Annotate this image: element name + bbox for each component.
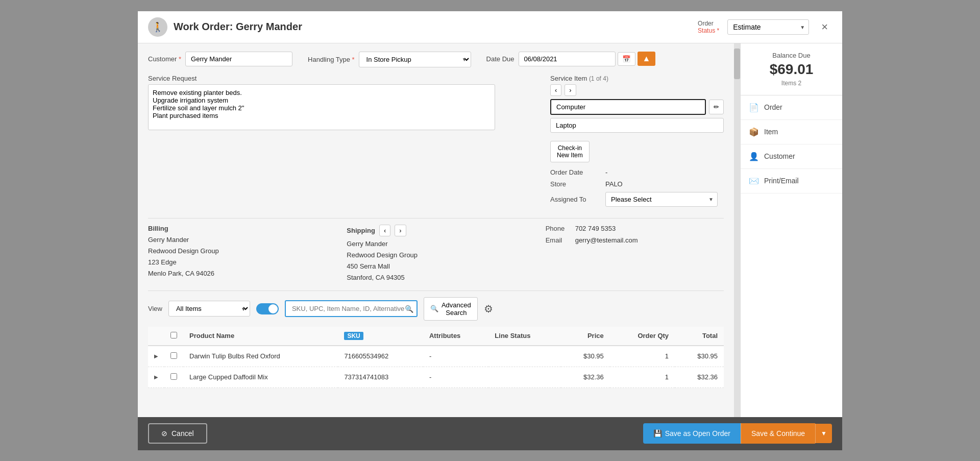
assigned-to-select-wrapper[interactable]: Please Select (605, 192, 718, 207)
main-content: Customer * Handling Type * (138, 43, 734, 417)
right-sidebar: Balance Due $69.01 Items 2 📄 Order 📦 Ite… (740, 43, 842, 417)
table-header: Product Name SKU Attributes Line Status … (148, 327, 724, 346)
cancel-icon: ⊘ (161, 429, 167, 438)
row1-order-qty: 1 (610, 346, 675, 367)
store-label: Store (550, 180, 601, 188)
handling-type-wrapper[interactable]: In Store Pickup Delivery Ship (359, 52, 471, 67)
col-line-status: Line Status (488, 327, 560, 346)
col-sku: SKU (338, 327, 423, 346)
header-left: 🚶 Work Order: Gerry Mander (148, 17, 302, 37)
row2-expand[interactable]: ▶ (148, 367, 164, 387)
store-value: PALO (605, 180, 623, 188)
shipping-section: Shipping ‹ › Gerry Mander Redwood Design… (347, 225, 525, 283)
shipping-prev[interactable]: ‹ (379, 225, 390, 236)
search-input[interactable] (285, 300, 418, 317)
view-dropdown[interactable]: All Items (168, 301, 250, 317)
assigned-to-row: Assigned To Please Select (550, 192, 724, 207)
view-search-row: View All Items 🔍 🔍 AdvancedSearch (148, 297, 724, 321)
settings-button[interactable]: ⚙ (484, 303, 493, 315)
service-request-group: Service Request Remove existing planter … (148, 75, 540, 211)
billing-address: Gerry Mander Redwood Design Group 123 Ed… (148, 234, 326, 279)
row2-checkbox[interactable] (170, 373, 177, 380)
item-icon: 📦 (749, 127, 759, 137)
table-row: ▶ Large Cupped Daffodil Mix 737314741083… (148, 367, 724, 387)
save-open-order-button[interactable]: 💾 Save as Open Order (643, 423, 741, 444)
items-table-container: Product Name SKU Attributes Line Status … (148, 327, 724, 388)
calendar-button[interactable]: 📅 (618, 52, 635, 66)
save-continue-button[interactable]: Save & Continue (741, 423, 815, 444)
service-request-textarea[interactable]: Remove existing planter beds. Upgrade ir… (148, 84, 495, 130)
order-status-select[interactable]: Estimate Open Closed Cancelled (727, 19, 809, 35)
person-icon: 🚶 (148, 17, 167, 37)
service-item-next[interactable]: › (565, 84, 576, 96)
close-button[interactable]: × (817, 18, 832, 36)
handling-type-select[interactable]: In Store Pickup Delivery Ship (359, 52, 471, 67)
search-wrapper: 🔍 (285, 300, 418, 317)
advanced-search-button[interactable]: 🔍 AdvancedSearch (424, 297, 478, 321)
email-value: gerry@testemail.com (575, 236, 638, 244)
row1-line-status (488, 346, 560, 367)
phone-label: Phone (546, 225, 571, 232)
balance-due-title: Balance Due (749, 52, 834, 59)
billing-section: Billing Gerry Mander Redwood Design Grou… (148, 225, 326, 283)
date-due-input[interactable] (519, 52, 616, 66)
save-continue-label: Save & Continue (751, 429, 805, 438)
work-order-modal: 🚶 Work Order: Gerry Mander Order Status … (138, 11, 842, 450)
sidebar-item-item[interactable]: 📦 Item (741, 120, 842, 144)
row2-order-qty: 1 (610, 367, 675, 387)
order-icon: 📄 (749, 103, 759, 112)
orange-action-button[interactable]: ▲ (638, 52, 656, 66)
modal-body: Customer * Handling Type * (138, 43, 842, 417)
assigned-to-select[interactable]: Please Select (605, 192, 718, 207)
item-nav-label: Item (764, 128, 778, 136)
scrollbar[interactable] (734, 43, 740, 417)
row2-line-status (488, 367, 560, 387)
footer-right: 💾 Save as Open Order Save & Continue ▼ (643, 423, 832, 444)
sidebar-item-print-email[interactable]: ✉️ Print/Email (741, 169, 842, 193)
cancel-button[interactable]: ⊘ Cancel (148, 423, 207, 444)
row1-attributes: - (423, 346, 488, 367)
col-product-name: Product Name (183, 327, 338, 346)
contact-section: Phone 702 749 5353 Email gerry@testemail… (546, 225, 724, 283)
header-right: Order Status * Estimate Open Closed Canc… (698, 18, 832, 36)
checkin-button[interactable]: Check-inNew Item (550, 141, 590, 162)
modal-title: Work Order: Gerry Mander (174, 21, 302, 33)
service-item-input2[interactable] (550, 118, 724, 133)
service-item-prev[interactable]: ‹ (550, 84, 561, 96)
shipping-next[interactable]: › (395, 225, 406, 236)
customer-label: Customer * (148, 55, 181, 63)
service-item-input1-wrapper: ✏ (550, 99, 724, 115)
email-label: Email (546, 236, 571, 244)
row2-sku: 737314741083 (338, 367, 423, 387)
sidebar-item-customer[interactable]: 👤 Customer (741, 144, 842, 169)
row2-price: $32.36 (561, 367, 610, 387)
scrollbar-thumb[interactable] (734, 48, 740, 79)
toggle-switch[interactable] (256, 303, 279, 314)
modal-footer: ⊘ Cancel 💾 Save as Open Order Save & Con… (138, 417, 842, 450)
select-all-checkbox[interactable] (170, 332, 177, 338)
row2-attributes: - (423, 367, 488, 387)
view-dropdown-wrapper[interactable]: All Items (168, 301, 250, 317)
row1-checkbox-cell (164, 346, 183, 367)
order-status-wrapper[interactable]: Estimate Open Closed Cancelled (727, 19, 809, 35)
save-continue-dropdown-button[interactable]: ▼ (815, 424, 832, 443)
customer-input[interactable] (185, 52, 292, 66)
row1-expand[interactable]: ▶ (148, 346, 164, 367)
sidebar-item-order[interactable]: 📄 Order (741, 95, 842, 120)
col-price: Price (561, 327, 610, 346)
service-item-panel: Service Item (1 of 4) ‹ › ✏ (550, 75, 724, 211)
row1-checkbox[interactable] (170, 352, 177, 359)
billing-label: Billing (148, 225, 326, 232)
balance-items-count: Items 2 (749, 80, 834, 87)
service-item-section: Service Item (1 of 4) ‹ › ✏ (550, 75, 724, 162)
service-item-edit-button[interactable]: ✏ (709, 100, 724, 114)
shipping-address: Gerry Mander Redwood Design Group 450 Se… (347, 238, 525, 283)
service-item-input1[interactable] (550, 99, 706, 115)
col-attributes: Attributes (423, 327, 488, 346)
row1-total: $30.95 (675, 346, 724, 367)
col-order-qty: Order Qty (610, 327, 675, 346)
col-total: Total (675, 327, 724, 346)
checkin-wrapper: Check-inNew Item (550, 137, 724, 162)
modal-overlay: 🚶 Work Order: Gerry Mander Order Status … (0, 0, 980, 461)
row1-price: $30.95 (561, 346, 610, 367)
